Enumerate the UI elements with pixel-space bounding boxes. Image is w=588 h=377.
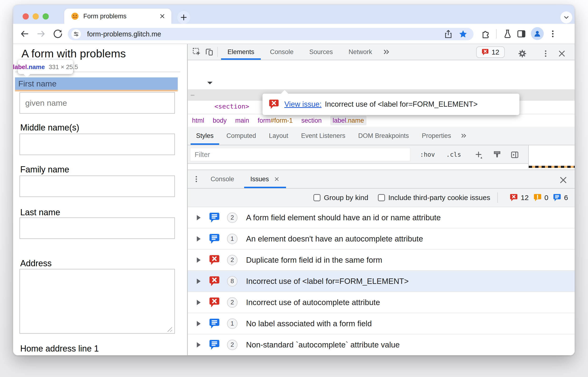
crumb-main[interactable]: main — [235, 117, 249, 124]
first-name-label: First name — [18, 79, 57, 88]
given-name-input[interactable] — [20, 92, 175, 114]
traffic-zoom-button[interactable] — [43, 13, 49, 20]
last-name-input[interactable] — [20, 217, 175, 239]
inspect-element-icon[interactable] — [191, 46, 203, 58]
home-address-label: Home address line 1 — [20, 344, 99, 354]
disclosure-triangle-icon[interactable] — [197, 279, 203, 284]
tab-dom-breakpoints[interactable]: DOM Breakpoints — [352, 127, 415, 145]
issue-row[interactable]: 2 Duplicate form field id in the same fo… — [188, 250, 575, 271]
tab-close-icon[interactable] — [159, 13, 166, 20]
tab-console[interactable]: Console — [262, 44, 302, 60]
computed-panel-toggle-icon[interactable] — [509, 149, 521, 161]
traffic-minimize-button[interactable] — [33, 13, 39, 20]
devtools-close-icon[interactable] — [556, 47, 568, 60]
back-button[interactable] — [19, 29, 30, 39]
tab-network[interactable]: Network — [341, 44, 380, 60]
issues-counter-button[interactable]: 12 — [476, 47, 505, 58]
browser-tab[interactable]: Form problems — [64, 9, 171, 24]
tab-strip: Form problems — [13, 5, 575, 24]
group-by-kind-checkbox[interactable] — [313, 194, 320, 201]
issue-row[interactable]: 1 No label associated with a form field — [188, 313, 575, 334]
url-text: form-problems.glitch.me — [87, 30, 443, 38]
browser-window: Form problems — [13, 5, 575, 355]
middle-name-input[interactable] — [20, 134, 175, 155]
group-by-kind-label[interactable]: Group by kind — [324, 194, 368, 202]
tab-computed[interactable]: Computed — [220, 127, 263, 145]
disclosure-triangle-icon[interactable] — [197, 300, 203, 305]
drawer-tab-issues[interactable]: Issues — [242, 170, 288, 188]
new-tab-button[interactable] — [177, 11, 190, 24]
toolbar-divider — [217, 47, 218, 57]
address-label: Address — [20, 259, 52, 268]
experiments-flask-icon[interactable] — [502, 29, 513, 39]
disclosure-triangle-icon[interactable] — [197, 258, 203, 263]
crumb-html[interactable]: html — [192, 117, 204, 124]
toolbar-divider — [496, 29, 497, 39]
address-textarea[interactable] — [20, 269, 175, 334]
more-tabs-icon[interactable] — [380, 46, 392, 58]
styles-filter-input[interactable] — [190, 148, 410, 161]
devtools-menu-icon[interactable] — [540, 47, 552, 60]
third-party-checkbox[interactable] — [378, 194, 385, 201]
device-toolbar-icon[interactable] — [203, 46, 215, 58]
crumb-form[interactable]: form#form-1 — [258, 117, 293, 124]
breadcrumb: html body main form#form-1 section label… — [188, 114, 575, 127]
forward-button[interactable] — [36, 29, 46, 39]
drawer: Console Issues Group by kind Include thi… — [188, 170, 575, 355]
family-name-input[interactable] — [20, 176, 175, 197]
tab-elements[interactable]: Elements — [220, 44, 262, 60]
issue-row[interactable]: 2 Incorrect use of autocomplete attribut… — [188, 292, 575, 313]
info-bubble-icon — [209, 318, 220, 329]
tab-search-chevron-icon[interactable] — [560, 12, 572, 23]
settings-gear-icon[interactable] — [516, 47, 529, 60]
address-bar[interactable]: form-problems.glitch.me — [68, 28, 474, 40]
issue-row-selected[interactable]: 8 Incorrect use of <label for=FORM_ELEME… — [188, 271, 575, 292]
issue-count-badge: 1 — [227, 234, 237, 244]
bookmark-star-icon[interactable] — [458, 29, 468, 39]
drawer-close-icon[interactable] — [557, 174, 569, 186]
site-settings-icon[interactable] — [71, 29, 81, 39]
issues-tab-close-icon[interactable] — [274, 176, 280, 182]
extensions-icon[interactable] — [481, 29, 491, 39]
issue-row[interactable]: 1 An element doesn't have an autocomplet… — [188, 228, 575, 250]
tab-favicon-icon — [71, 12, 79, 20]
tab-title: Form problems — [83, 13, 159, 20]
counts-divider — [497, 192, 498, 203]
drawer-menu-icon[interactable] — [190, 173, 203, 185]
crumb-body[interactable]: body — [213, 117, 227, 124]
tab-styles[interactable]: Styles — [190, 127, 220, 145]
issue-count-badge: 2 — [227, 340, 237, 350]
overflow-dots-icon[interactable]: … — [191, 88, 195, 99]
crumb-label-name[interactable]: label.name — [330, 116, 366, 125]
third-party-label[interactable]: Include third-party cookie issues — [388, 194, 490, 202]
disclosure-triangle-icon[interactable] — [197, 342, 203, 347]
tab-event-listeners[interactable]: Event Listeners — [294, 127, 352, 145]
error-bubble-icon — [209, 297, 220, 308]
tree-row-section[interactable]: <section> — [188, 78, 575, 89]
more-sidebar-tabs-icon[interactable] — [457, 130, 470, 142]
drawer-tab-console[interactable]: Console — [203, 170, 242, 188]
rendering-brush-icon[interactable] — [491, 149, 503, 161]
section-expander-icon[interactable] — [207, 82, 213, 87]
crumb-section[interactable]: section — [301, 117, 322, 124]
view-issue-link[interactable]: View issue: — [284, 100, 321, 109]
tab-properties[interactable]: Properties — [415, 127, 457, 145]
tab-sources[interactable]: Sources — [302, 44, 341, 60]
side-panel-icon[interactable] — [516, 29, 527, 39]
share-icon[interactable] — [443, 29, 453, 39]
browser-menu-icon[interactable] — [548, 29, 558, 39]
toggle-hover-button[interactable]: :hov — [420, 145, 435, 164]
disclosure-triangle-icon[interactable] — [197, 236, 203, 241]
view-issue-text: Incorrect use of <label for=FORM_ELEMENT… — [325, 100, 478, 109]
disclosure-triangle-icon[interactable] — [197, 321, 203, 326]
profile-avatar[interactable] — [531, 27, 544, 40]
tab-layout[interactable]: Layout — [262, 127, 294, 145]
issue-row[interactable]: 2 Non-standard `autocomplete` attribute … — [188, 334, 575, 355]
reload-button[interactable] — [53, 29, 63, 39]
issue-row[interactable]: 2 A form field element should have an id… — [188, 207, 575, 228]
new-style-rule-icon[interactable] — [472, 149, 485, 161]
warning-count: 0 — [533, 194, 549, 202]
toggle-class-button[interactable]: .cls — [446, 145, 461, 164]
disclosure-triangle-icon[interactable] — [197, 215, 203, 220]
traffic-close-button[interactable] — [23, 13, 29, 20]
